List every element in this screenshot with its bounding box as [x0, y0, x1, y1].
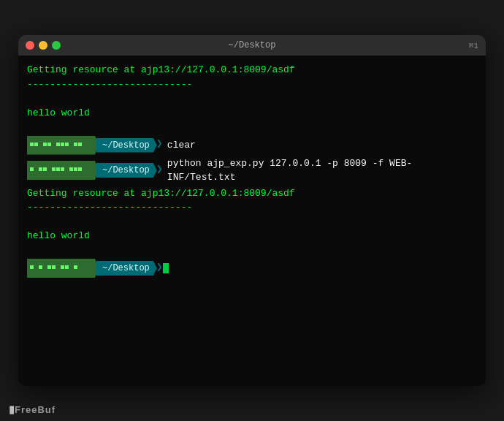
window-title: ~/Desktop: [229, 40, 276, 50]
terminal-body[interactable]: Getting resource at ajp13://127.0.0.1:80…: [18, 56, 486, 386]
user-pixel-art-2: [30, 167, 96, 179]
prompt-command: clear: [167, 138, 196, 153]
terminal-window: ~/Desktop ⌘1 Getting resource at ajp13:/…: [18, 35, 486, 386]
prompt-arrow-icon-2: ❯: [156, 162, 163, 179]
terminal-blank: [27, 120, 477, 134]
minimize-button[interactable]: [39, 41, 47, 50]
prompt-dir: ~/Desktop: [96, 138, 157, 153]
prompt-line-active[interactable]: ~/Desktop ❯: [27, 259, 477, 278]
prompt-arrow-icon: ❯: [156, 137, 163, 153]
freebuf-icon: ▮: [9, 403, 15, 415]
prompt-dir-2: ~/Desktop: [96, 163, 157, 178]
window-shortcut: ⌘1: [469, 41, 478, 50]
terminal-output: hello world: [27, 106, 477, 121]
freebuf-text: FreeBuf: [15, 404, 56, 415]
prompt-line-clear: ~/Desktop ❯ clear: [27, 136, 477, 155]
freebuf-watermark: ▮FreeBuf: [9, 403, 56, 415]
terminal-line: -----------------------------: [27, 77, 477, 92]
close-button[interactable]: [26, 41, 34, 50]
terminal-line: Getting resource at ajp13://127.0.0.1:80…: [27, 63, 477, 77]
terminal-blank-3: [27, 243, 477, 258]
terminal-blank-2: [27, 215, 477, 230]
user-pixel-art-active: [30, 265, 96, 277]
prompt-arrow-icon-active: ❯: [156, 260, 163, 277]
terminal-line-get: Getting resource at ajp13://127.0.0.1:80…: [27, 186, 477, 201]
terminal-cursor: [163, 263, 169, 273]
user-pixel-art: [30, 143, 96, 154]
titlebar: ~/Desktop ⌘1: [18, 35, 486, 56]
prompt-python-command: python ajp_exp.py 127.0.0.1 -p 8009 -f W…: [167, 156, 477, 185]
maximize-button[interactable]: [52, 41, 61, 50]
terminal-output-2: hello world: [27, 229, 477, 243]
terminal-line-dash: -----------------------------: [27, 200, 477, 215]
prompt-dir-active: ~/Desktop: [96, 261, 157, 276]
terminal-blank: [27, 91, 477, 106]
prompt-line-python: ~/Desktop ❯ python ajp_exp.py 127.0.0.1 …: [27, 156, 477, 185]
traffic-lights: [26, 41, 61, 50]
